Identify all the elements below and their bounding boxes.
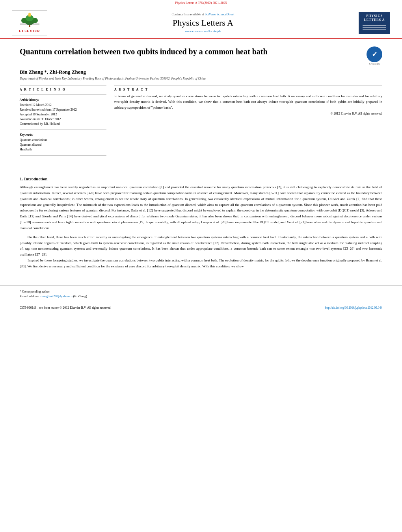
divider3 <box>20 155 106 156</box>
contents-line: Contents lists available at SciVerse Sci… <box>55 13 351 16</box>
pla-title-text: PHYSICS LETTERS A <box>360 14 389 22</box>
intro-para1: Although entanglement has been widely re… <box>20 184 382 231</box>
accepted-text: Accepted 18 September 2012 <box>20 112 106 117</box>
article-title: Quantum correlation between two qubits i… <box>20 46 367 57</box>
article-info-column: A R T I C L E I N F O Article history: R… <box>20 85 106 159</box>
communicated-text: Communicated by P.R. Holland <box>20 122 106 126</box>
abstract-box: A B S T R A C T In terms of geometric di… <box>114 85 382 115</box>
journal-title: Physics Letters A <box>55 18 351 28</box>
email-link[interactable]: zhangbin2200@yahoo.cn <box>40 295 73 298</box>
keyword2: Quantum discord <box>20 143 106 147</box>
received-text: Received 12 March 2012 <box>20 103 106 108</box>
email-note: E-mail address: zhangbin2200@yahoo.cn (B… <box>20 294 382 299</box>
intro-para2: On the other hand, there has been much e… <box>20 234 382 258</box>
section1-title: 1. Introduction <box>20 176 382 181</box>
sciverse-link[interactable]: SciVerse ScienceDirect <box>205 13 234 16</box>
journal-header: ELSEVIER Contents lists available at Sci… <box>0 6 402 39</box>
journal-url: www.elsevier.com/locate/pla <box>55 30 351 33</box>
keyword3: Heat bath <box>20 147 106 152</box>
affiliation: Department of Physics and State Key Labo… <box>20 77 382 80</box>
citation-text: Physics Letters A 376 (2012) 3021–3025 <box>175 1 227 5</box>
crossmark-container: ✓ CrossMark <box>367 46 382 65</box>
elsevier-logo: ELSEVIER <box>12 10 47 35</box>
keywords-label: Keywords: <box>20 133 106 137</box>
doi-link[interactable]: http://dx.doi.org/10.1016/j.physleta.201… <box>325 306 383 310</box>
footer-bar: 0375-9601/$ – see front matter © 2012 El… <box>0 303 402 312</box>
abstract-title: A B S T R A C T <box>114 88 382 91</box>
article-info-box: A R T I C L E I N F O Article history: R… <box>20 85 106 156</box>
footer-area: * Corresponding author. E-mail address: … <box>0 285 402 303</box>
two-col-section: A R T I C L E I N F O Article history: R… <box>20 85 382 159</box>
svg-rect-7 <box>20 24 39 24</box>
svg-marker-6 <box>28 13 31 14</box>
copyright-text: © 2012 Elsevier B.V. All rights reserved… <box>114 112 382 115</box>
citation-bar: Physics Letters A 376 (2012) 3021–3025 <box>0 0 402 6</box>
divider2 <box>20 130 106 130</box>
pla-logo: PHYSICS LETTERS A <box>359 12 390 34</box>
corresponding-author-note: * Corresponding author. <box>20 289 382 294</box>
intro-para3: Inspired by these foregoing studies, we … <box>20 258 382 269</box>
received-revised-text: Received in revised form 17 September 20… <box>20 108 106 112</box>
pla-lines-icon <box>363 24 386 32</box>
article-content: Quantum correlation between two qubits i… <box>0 39 402 167</box>
crossmark-label: CrossMark <box>367 63 382 65</box>
issn-text: 0375-9601/$ – see front matter © 2012 El… <box>20 306 112 310</box>
keywords-section: Keywords: Quantum correlations Quantum d… <box>20 133 106 152</box>
history-label: Article history: <box>20 98 106 102</box>
elsevier-tree-icon <box>16 13 43 28</box>
page: Physics Letters A 376 (2012) 3021–3025 E… <box>0 0 402 532</box>
abstract-column: A B S T R A C T In terms of geometric di… <box>114 85 382 159</box>
article-info-title: A R T I C L E I N F O <box>20 88 106 91</box>
divider1 <box>20 95 106 95</box>
crossmark-icon: ✓ <box>367 46 382 62</box>
keyword1: Quantum correlations <box>20 138 106 143</box>
elsevier-brand-text: ELSEVIER <box>14 29 45 33</box>
authors: Bin Zhang *, Zhi-Rong Zhong <box>20 69 382 75</box>
article-title-section: Quantum correlation between two qubits i… <box>20 46 382 65</box>
available-text: Available online 3 October 2012 <box>20 117 106 122</box>
body-content: 1. Introduction Although entanglement ha… <box>0 167 402 277</box>
abstract-text: In terms of geometric discord, we study … <box>114 93 382 110</box>
journal-center: Contents lists available at SciVerse Sci… <box>47 13 359 33</box>
